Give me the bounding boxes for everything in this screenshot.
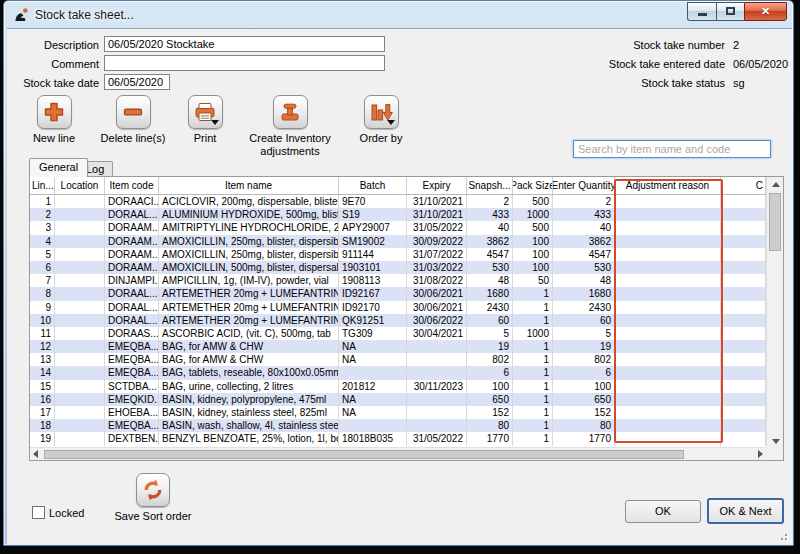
table-cell[interactable]: 31/05/2022 [407,221,467,234]
table-cell[interactable] [615,366,721,379]
table-cell[interactable] [55,314,105,327]
table-cell[interactable]: 30/11/2023 [407,380,467,393]
table-cell[interactable]: 433 [467,208,513,221]
table-cell[interactable]: 60 [553,314,615,327]
table-cell[interactable]: 6 [467,366,513,379]
table-cell[interactable]: 1908113 [339,274,407,287]
search-input[interactable] [573,140,771,158]
table-cell[interactable]: DORAAM... [105,235,159,248]
table-cell[interactable] [721,432,766,445]
table-row[interactable]: 7DINJAMPI...AMPICILLIN, 1g, (IM-IV), pow… [30,274,766,287]
table-cell[interactable] [55,393,105,406]
table-cell[interactable]: EMEQBA... [105,366,159,379]
table-cell[interactable]: 4 [30,235,55,248]
column-header[interactable]: Expiry [407,177,467,194]
table-cell[interactable]: DORAACI... [105,195,159,208]
scroll-right-icon[interactable] [758,450,763,458]
horizontal-scrollbar[interactable] [30,447,766,460]
scroll-up-icon[interactable] [772,182,780,187]
table-cell[interactable]: 11 [30,327,55,340]
titlebar[interactable]: Stock take sheet... ✕ [4,1,793,28]
table-cell[interactable] [721,314,766,327]
table-cell[interactable]: 1 [513,287,553,300]
table-cell[interactable] [55,327,105,340]
table-cell[interactable] [407,419,467,432]
table-cell[interactable]: 100 [553,380,615,393]
table-cell[interactable]: 14 [30,366,55,379]
maximize-button[interactable] [716,2,744,21]
table-cell[interactable]: 802 [553,353,615,366]
table-cell[interactable]: 48 [553,274,615,287]
table-cell[interactable]: BENZYL BENZOATE, 25%, lotion, 1l, bot [159,432,339,445]
table-cell[interactable]: DEXTBEN... [105,432,159,445]
table-cell[interactable]: 2430 [467,301,513,314]
table-cell[interactable] [55,248,105,261]
table-cell[interactable]: ID92170 [339,301,407,314]
table-row[interactable]: 12EMEQBA...BAG, for AMW & CHWNA19119 [30,340,766,353]
table-cell[interactable] [615,287,721,300]
table-cell[interactable]: 1 [513,340,553,353]
table-cell[interactable]: EMEQBA... [105,353,159,366]
table-cell[interactable] [615,406,721,419]
table-cell[interactable]: 3 [30,221,55,234]
column-header[interactable]: C [721,177,766,194]
table-cell[interactable]: 3862 [467,235,513,248]
table-cell[interactable] [721,261,766,274]
table-cell[interactable]: 500 [513,195,553,208]
table-cell[interactable]: NA [339,393,407,406]
table-row[interactable]: 18EMEQBA...BASIN, wash, shallow, 4l, sta… [30,419,766,432]
table-cell[interactable]: 18 [30,419,55,432]
order-by-button[interactable]: Order by [349,95,413,145]
table-row[interactable]: 2DORAAL...ALUMINIUM HYDROXIDE, 500mg, bl… [30,208,766,221]
column-header[interactable]: Batch [339,177,407,194]
table-cell[interactable] [615,235,721,248]
scroll-left-icon[interactable] [33,450,38,458]
table-cell[interactable]: DORAAM... [105,248,159,261]
table-cell[interactable] [55,221,105,234]
table-cell[interactable]: APY29007 [339,221,407,234]
table-cell[interactable]: 100 [513,248,553,261]
table-cell[interactable]: 1680 [467,287,513,300]
table-cell[interactable]: ARTEMETHER 20mg + LUMEFANTRINE 12... [159,314,339,327]
table-cell[interactable]: 48 [467,274,513,287]
table-cell[interactable]: DINJAMPI... [105,274,159,287]
table-row[interactable]: 15SCTDBA...BAG, urine, collecting, 2 lit… [30,380,766,393]
table-cell[interactable]: 1770 [467,432,513,445]
table-cell[interactable] [55,340,105,353]
table-cell[interactable]: S19 [339,208,407,221]
table-cell[interactable]: 17 [30,406,55,419]
table-cell[interactable] [615,248,721,261]
table-cell[interactable]: SCTDBA... [105,380,159,393]
table-cell[interactable]: 31/08/2022 [407,274,467,287]
table-row[interactable]: 19DEXTBEN...BENZYL BENZOATE, 25%, lotion… [30,432,766,445]
table-cell[interactable]: 10 [30,314,55,327]
save-sort-order-button[interactable]: Save Sort order [105,473,201,523]
table-cell[interactable] [721,327,766,340]
table-cell[interactable] [55,406,105,419]
table-cell[interactable]: NA [339,353,407,366]
description-input[interactable] [104,36,385,52]
column-header[interactable]: Item code [105,177,159,194]
table-cell[interactable]: BAG, urine, collecting, 2 litres [159,380,339,393]
column-header[interactable]: Snapsh... [467,177,513,194]
comment-input[interactable] [104,55,385,71]
table-cell[interactable] [339,366,407,379]
table-cell[interactable]: NA [339,406,407,419]
ok-next-button[interactable]: OK & Next [707,498,784,524]
stock-take-date-input[interactable] [104,74,170,90]
table-cell[interactable]: 30/09/2022 [407,235,467,248]
tab-general[interactable]: General [29,158,88,177]
table-cell[interactable] [615,274,721,287]
table-cell[interactable] [407,340,467,353]
table-cell[interactable] [721,419,766,432]
table-cell[interactable]: 31/07/2022 [407,248,467,261]
table-cell[interactable] [615,419,721,432]
table-cell[interactable]: 15 [30,380,55,393]
column-header[interactable]: Location [55,177,105,194]
table-cell[interactable]: DORAAM... [105,221,159,234]
table-cell[interactable]: NA [339,340,407,353]
vertical-scroll-thumb[interactable] [769,193,781,251]
table-cell[interactable]: EHOEBA... [105,406,159,419]
table-row[interactable]: 16EMEQKID...BASIN, kidney, polypropylene… [30,393,766,406]
table-cell[interactable]: 2 [30,208,55,221]
